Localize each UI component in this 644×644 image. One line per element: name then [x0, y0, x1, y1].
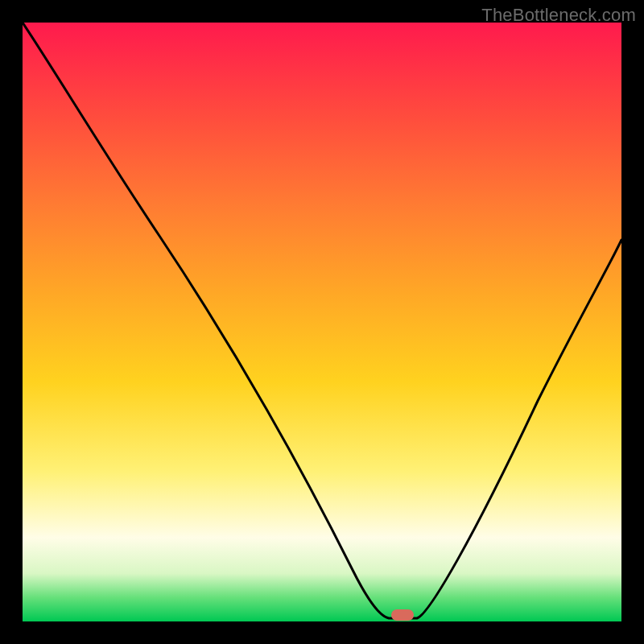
chart-plot-area — [23, 23, 621, 621]
chart-frame: TheBottleneck.com — [0, 0, 644, 644]
watermark-text: TheBottleneck.com — [481, 5, 636, 26]
bottleneck-curve — [23, 23, 621, 621]
curve-path — [23, 23, 621, 618]
optimal-point-marker — [391, 609, 414, 621]
